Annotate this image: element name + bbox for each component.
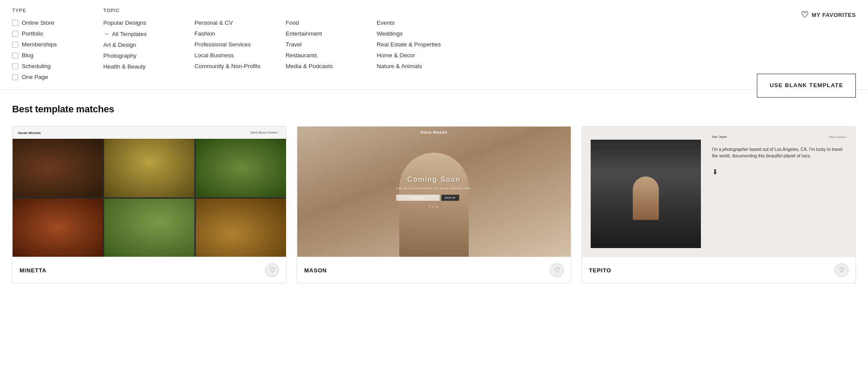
filter-one-page[interactable]: One Page <box>12 72 103 82</box>
mason-content: Coming Soon Sign up to be notified when … <box>396 176 472 208</box>
mason-favorite-button[interactable]: ♡ <box>550 263 564 277</box>
topic-label: TOPIC <box>103 8 801 13</box>
checkbox-blog[interactable] <box>12 52 18 59</box>
tepito-photo <box>591 140 701 248</box>
tepito-nav: Alex Tepito About Contact ♡ <box>712 135 849 138</box>
template-card-minetta[interactable]: Sarah Minetta Work About Contact ♡ MINET… <box>12 126 286 284</box>
minetta-nav: Sarah Minetta Work About Contact ♡ <box>13 127 286 139</box>
mason-template-name: MASON <box>304 267 327 274</box>
tepito-template-name: TEPITO <box>589 267 611 274</box>
checkbox-portfolio[interactable] <box>12 31 18 37</box>
filter-scheduling[interactable]: Scheduling <box>12 61 103 72</box>
blank-template-button[interactable]: USE BLANK TEMPLATE <box>757 74 856 98</box>
type-filter-section: TYPE Online Store Portfolio Memberships … <box>12 8 103 82</box>
matches-section: Best template matches Sarah Minetta Work… <box>0 90 868 296</box>
tepito-brand: Alex Tepito <box>712 135 727 138</box>
arrow-right-icon: → <box>103 30 109 37</box>
mason-email-input[interactable]: Enter email <box>396 195 440 201</box>
heart-icon-mason: ♡ <box>554 266 560 274</box>
filter-personal-cv[interactable]: Personal & CV <box>194 17 286 28</box>
tepito-arrow-icon: ⬇ <box>712 168 849 176</box>
tepito-left-panel <box>582 127 705 257</box>
filter-portfolio[interactable]: Portfolio <box>12 28 103 39</box>
filter-fashion[interactable]: Fashion <box>194 28 286 39</box>
topic-column-4: Events Weddings Real Estate & Properties… <box>377 17 468 72</box>
checkbox-scheduling[interactable] <box>12 63 18 69</box>
filter-health-beauty[interactable]: Health & Beauty <box>103 61 194 72</box>
filter-travel[interactable]: Travel <box>286 39 377 50</box>
food-photo-2 <box>104 139 194 197</box>
topic-column-3: Food Entertainment Travel Restaurants Me… <box>286 17 377 72</box>
tepito-favorite-button[interactable]: ♡ <box>835 263 848 277</box>
minetta-card-footer: MINETTA ♡ <box>13 257 286 283</box>
filter-restaurants[interactable]: Restaurants <box>286 50 377 61</box>
food-photo-4 <box>13 199 103 257</box>
filter-media-podcasts[interactable]: Media & Podcasts <box>286 61 377 72</box>
filter-professional-services[interactable]: Professional Services <box>194 39 286 50</box>
tepito-card-footer: TEPITO ♡ <box>582 257 855 283</box>
type-label: TYPE <box>12 8 103 13</box>
filter-nature-animals[interactable]: Nature & Animals <box>377 61 468 72</box>
filter-all-templates[interactable]: → All Templates <box>103 28 194 39</box>
filter-art-design[interactable]: Art & Design <box>103 39 194 50</box>
minetta-template-name: MINETTA <box>20 267 46 274</box>
filter-popular-designs[interactable]: Popular Designs <box>103 17 194 28</box>
food-photo-6 <box>196 199 286 257</box>
filter-bar: TYPE Online Store Portfolio Memberships … <box>0 0 868 90</box>
filter-blog[interactable]: Blog <box>12 50 103 61</box>
filter-local-business[interactable]: Local Business <box>194 50 286 61</box>
filter-community-non-profits[interactable]: Community & Non-Profits <box>194 61 286 72</box>
matches-title: Best template matches <box>12 104 856 115</box>
checkbox-one-page[interactable] <box>12 74 18 80</box>
template-card-mason[interactable]: Hana Mason Coming Soon Sign up to be not… <box>297 126 571 284</box>
checkbox-memberships[interactable] <box>12 42 18 48</box>
tepito-headline: I'm a photographer based out of Los Ange… <box>712 146 849 159</box>
topic-column-2: Personal & CV Fashion Professional Servi… <box>194 17 286 72</box>
food-photo-5 <box>104 199 194 257</box>
mason-subtitle: Sign up to be notified when our Spring C… <box>396 187 472 190</box>
tepito-right-panel: Alex Tepito About Contact ♡ I'm a photog… <box>705 127 856 257</box>
food-photo-3 <box>196 139 286 197</box>
filter-food[interactable]: Food <box>286 17 377 28</box>
topic-columns: Popular Designs → All Templates Art & De… <box>103 17 801 72</box>
filter-home-decor[interactable]: Home & Decor <box>377 50 468 61</box>
filter-events[interactable]: Events <box>377 17 468 28</box>
tepito-nav-links: About Contact ♡ <box>829 135 848 138</box>
my-favorites-button[interactable]: ♡ MY FAVORITES <box>801 8 856 20</box>
heart-icon-tepito: ♡ <box>839 266 845 274</box>
topic-column-1: Popular Designs → All Templates Art & De… <box>103 17 194 72</box>
template-preview-mason: Hana Mason Coming Soon Sign up to be not… <box>297 127 571 257</box>
food-photo-1 <box>13 139 103 197</box>
minetta-brand: Sarah Minetta <box>18 131 40 135</box>
template-card-tepito[interactable]: Alex Tepito About Contact ♡ I'm a photog… <box>582 126 856 284</box>
heart-icon-minetta: ♡ <box>270 266 275 274</box>
tepito-portrait-shape <box>633 177 659 220</box>
template-grid: Sarah Minetta Work About Contact ♡ MINET… <box>12 126 856 284</box>
minetta-nav-links: Work About Contact ♡ <box>250 131 281 134</box>
template-preview-minetta: Sarah Minetta Work About Contact ♡ <box>13 127 286 257</box>
heart-icon: ♡ <box>801 10 809 20</box>
mason-nav: Hana Mason <box>297 127 571 138</box>
mason-submit-btn[interactable]: SIGN UP <box>441 195 459 201</box>
mason-brand: Hana Mason <box>421 130 447 134</box>
template-preview-tepito: Alex Tepito About Contact ♡ I'm a photog… <box>582 127 855 257</box>
minetta-favorite-button[interactable]: ♡ <box>265 263 279 277</box>
filter-real-estate[interactable]: Real Estate & Properties <box>377 39 468 50</box>
topic-filter-section: TOPIC Popular Designs → All Templates Ar… <box>103 8 801 72</box>
filter-entertainment[interactable]: Entertainment <box>286 28 377 39</box>
checkbox-online-store[interactable] <box>12 20 18 26</box>
minetta-photo-grid <box>13 139 286 257</box>
mason-coming-soon: Coming Soon <box>396 176 472 183</box>
mason-card-footer: MASON ♡ <box>297 257 571 283</box>
tepito-portrait <box>591 140 701 248</box>
filter-online-store[interactable]: Online Store <box>12 17 103 28</box>
filter-memberships[interactable]: Memberships <box>12 39 103 50</box>
mason-social: f t in <box>396 205 472 208</box>
filter-photography[interactable]: Photography <box>103 50 194 61</box>
filter-weddings[interactable]: Weddings <box>377 28 468 39</box>
